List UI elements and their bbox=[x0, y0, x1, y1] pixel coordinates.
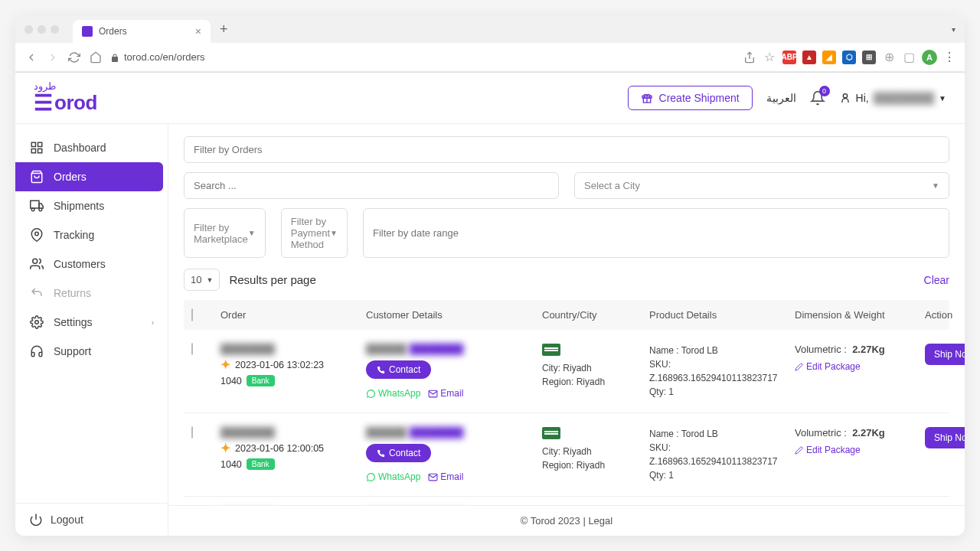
bookmark-icon[interactable]: ☆ bbox=[763, 50, 776, 64]
select-all-checkbox[interactable] bbox=[191, 308, 193, 321]
gear-icon bbox=[29, 315, 44, 329]
chevron-down-icon: ▼ bbox=[932, 181, 939, 190]
table-row: ████████ ✦2023-01-05 05:36:12 1040 Bank … bbox=[184, 497, 949, 505]
email-link[interactable]: Email bbox=[428, 471, 463, 482]
email-icon bbox=[428, 472, 438, 482]
country-cell: City: Riyadh Region: Riyadh bbox=[542, 344, 642, 389]
new-tab-button[interactable]: + bbox=[220, 21, 228, 37]
edit-package-link[interactable]: Edit Package bbox=[795, 445, 861, 455]
browser-tab[interactable]: Orders × bbox=[73, 20, 211, 43]
customer-sub-hidden: ████████ bbox=[410, 427, 464, 438]
extensions-icon[interactable]: ⊕ bbox=[882, 50, 896, 64]
clear-filters-link[interactable]: Clear bbox=[924, 274, 949, 286]
panel-icon[interactable]: ▢ bbox=[902, 50, 916, 64]
table-row: ████████ ✦2023-01-06 13:02:23 1040 Bank … bbox=[184, 330, 949, 413]
sidebar-item-settings[interactable]: Settings › bbox=[15, 308, 168, 337]
contact-button[interactable]: Contact bbox=[366, 360, 431, 379]
ext-orange-icon[interactable]: ◢ bbox=[822, 51, 836, 64]
ext-pdf-icon[interactable]: ▲ bbox=[802, 51, 816, 64]
col-country: Country/City bbox=[542, 309, 642, 321]
search-input[interactable] bbox=[184, 172, 559, 199]
ext-blue-icon[interactable]: ⬡ bbox=[842, 51, 856, 64]
payment-badge: Bank bbox=[247, 458, 275, 470]
ext-gray-icon[interactable]: ⊞ bbox=[862, 51, 876, 64]
ext-abp-icon[interactable]: ABP bbox=[782, 51, 796, 64]
home-button[interactable] bbox=[89, 51, 103, 64]
logo-text: orod bbox=[54, 91, 97, 115]
language-toggle[interactable]: العربية bbox=[766, 92, 796, 104]
sidebar-item-returns[interactable]: Returns bbox=[15, 279, 168, 308]
svg-rect-6 bbox=[38, 149, 42, 153]
order-id-hidden: ████████ bbox=[220, 427, 275, 438]
browser-menu-icon[interactable]: ⋮ bbox=[943, 50, 956, 64]
filter-orders-input[interactable] bbox=[184, 136, 949, 163]
tracking-icon bbox=[29, 228, 44, 242]
create-shipment-button[interactable]: Create Shipment bbox=[628, 86, 753, 110]
col-action: Action bbox=[925, 309, 965, 321]
svg-rect-3 bbox=[31, 142, 35, 146]
whatsapp-link[interactable]: WhatsApp bbox=[366, 388, 420, 399]
browser-chrome: Orders × + ▾ torod.co/en/orders ☆ ABP ▲ … bbox=[15, 15, 965, 73]
notifications-button[interactable]: 0 bbox=[810, 90, 825, 106]
sidebar-item-label: Support bbox=[54, 345, 91, 357]
tab-title: Orders bbox=[99, 26, 127, 37]
sidebar-item-customers[interactable]: Customers bbox=[15, 249, 168, 279]
forward-button[interactable] bbox=[46, 51, 60, 64]
svg-rect-5 bbox=[31, 149, 35, 153]
ship-now-button[interactable]: Ship Now bbox=[925, 427, 965, 448]
date-range-input[interactable] bbox=[363, 208, 949, 258]
page-size-select[interactable]: 10 ▼ bbox=[184, 269, 220, 291]
profile-avatar[interactable]: A bbox=[922, 50, 937, 65]
logo[interactable]: طرود ☰ orod bbox=[34, 80, 97, 116]
edit-icon bbox=[795, 363, 803, 371]
address-bar[interactable]: torod.co/en/orders bbox=[110, 51, 735, 63]
order-code: 1040 bbox=[220, 459, 242, 470]
sidebar: Dashboard Orders Shipments Tracking Cust… bbox=[15, 124, 168, 536]
row-checkbox[interactable] bbox=[191, 426, 193, 439]
marketplace-select[interactable]: Filter by Marketplace ▼ bbox=[184, 208, 266, 258]
svg-point-9 bbox=[33, 259, 38, 263]
url-text: torod.co/en/orders bbox=[124, 51, 205, 63]
lock-icon bbox=[110, 51, 119, 63]
share-icon[interactable] bbox=[743, 51, 756, 64]
svg-point-2 bbox=[843, 94, 847, 98]
sidebar-item-tracking[interactable]: Tracking bbox=[15, 220, 168, 249]
ship-now-button[interactable]: Ship Now bbox=[925, 344, 965, 365]
footer: © Torod 2023 | Legal bbox=[168, 505, 965, 536]
user-greeting: Hi, bbox=[856, 92, 869, 104]
logout-label: Logout bbox=[51, 514, 83, 526]
svg-rect-7 bbox=[31, 201, 39, 208]
chevron-down-icon: ▼ bbox=[206, 276, 213, 284]
sidebar-item-support[interactable]: Support bbox=[15, 337, 168, 366]
gift-icon bbox=[641, 92, 653, 104]
window-controls[interactable] bbox=[24, 25, 59, 34]
logo-mark-icon: ☰ bbox=[34, 90, 53, 116]
payment-select[interactable]: Filter by Payment Method ▼ bbox=[281, 208, 348, 258]
contact-button[interactable]: Contact bbox=[366, 444, 431, 462]
action-cell: Ship Now bbox=[925, 344, 965, 365]
product-cell: Name : Torod LB SKU: Z.168963.1652941011… bbox=[649, 344, 787, 399]
city-select[interactable]: Select a City ▼ bbox=[574, 172, 949, 199]
customer-cell: ██████ ████████ Contact WhatsApp Email bbox=[366, 427, 534, 482]
sidebar-item-label: Orders bbox=[54, 171, 87, 183]
close-tab-icon[interactable]: × bbox=[195, 25, 201, 37]
email-link[interactable]: Email bbox=[428, 388, 463, 399]
table-row: ████████ ✦2023-01-06 12:00:05 1040 Bank … bbox=[184, 413, 949, 497]
user-menu[interactable]: Hi, ████████ ▼ bbox=[839, 92, 946, 104]
whatsapp-link[interactable]: WhatsApp bbox=[366, 471, 420, 482]
username-hidden: ████████ bbox=[874, 92, 934, 104]
sidebar-item-shipments[interactable]: Shipments bbox=[15, 191, 168, 220]
dimension-cell: Volumetric : 2.27Kg Edit Package bbox=[795, 427, 917, 457]
row-checkbox[interactable] bbox=[191, 343, 193, 355]
reload-button[interactable] bbox=[67, 51, 81, 64]
order-id-hidden: ████████ bbox=[220, 344, 275, 354]
tab-favicon bbox=[82, 26, 93, 37]
sidebar-item-orders[interactable]: Orders bbox=[15, 162, 163, 191]
tabs-dropdown-icon[interactable]: ▾ bbox=[952, 25, 956, 34]
sidebar-item-dashboard[interactable]: Dashboard bbox=[15, 133, 168, 162]
country-cell: City: Riyadh Region: Riyadh bbox=[542, 427, 642, 472]
back-button[interactable] bbox=[24, 51, 38, 64]
edit-package-link[interactable]: Edit Package bbox=[795, 361, 861, 372]
logout-button[interactable]: Logout bbox=[15, 503, 168, 536]
notification-badge: 0 bbox=[819, 86, 830, 96]
